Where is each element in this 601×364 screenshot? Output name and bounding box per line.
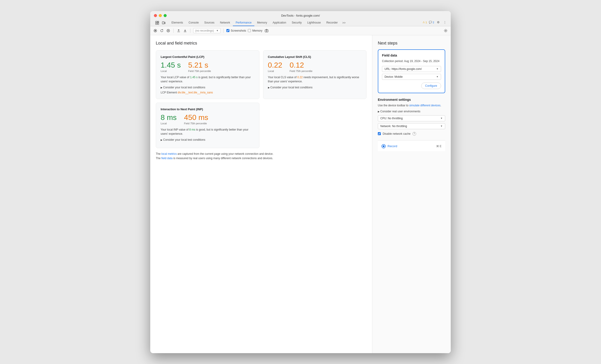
device-select[interactable]: Device: Mobile ▼ [382, 74, 441, 80]
cls-card: Cumulative Layout Shift (CLS) 0.22 Local… [263, 50, 367, 99]
lcp-highlight: 1.45 s [190, 76, 198, 79]
device-toolbar-icon[interactable] [161, 20, 166, 25]
tab-recorder[interactable]: Recorder [324, 20, 341, 26]
cls-description: Your local CLS value of 0.22 needs impro… [268, 75, 362, 84]
more-options-icon[interactable]: ⋮ [442, 20, 447, 25]
tab-performance[interactable]: Performance [233, 20, 254, 26]
tab-memory[interactable]: Memory [254, 20, 270, 26]
svg-rect-5 [164, 22, 165, 24]
lcp-field-number: 5.21 s [188, 61, 211, 69]
tab-sources[interactable]: Sources [201, 20, 217, 26]
device-select-label: Device: Mobile [384, 75, 403, 79]
settings-gear-icon[interactable]: ⚙ [436, 20, 441, 25]
screenshot-capture-icon[interactable] [264, 28, 269, 33]
tab-elements[interactable]: Elements [169, 20, 186, 26]
devtools-tab-bar: Elements Console Sources Network Perform… [154, 20, 447, 26]
network-select-arrow: ▼ [440, 125, 443, 127]
reload-button[interactable] [160, 28, 164, 33]
memory-checkbox-group[interactable]: Memory [248, 29, 262, 32]
more-tabs-button[interactable]: >> [341, 20, 347, 26]
env-title: Environment settings [378, 98, 445, 101]
inp-card: Interaction to Next Paint (INP) 8 ms Loc… [156, 103, 260, 148]
close-button[interactable] [154, 14, 157, 17]
tab-console[interactable]: Console [186, 20, 201, 26]
toolbar-separator-3 [223, 29, 224, 33]
tab-lighthouse[interactable]: Lighthouse [304, 20, 324, 26]
inp-description: Your local INP value of 8 ms is good, bu… [161, 128, 255, 136]
svg-rect-13 [265, 30, 268, 32]
record-button-bottom[interactable]: Record [381, 144, 397, 148]
configure-button[interactable]: Configure [421, 83, 441, 89]
lcp-local-value: 1.45 s Local [161, 61, 181, 72]
local-metrics-link[interactable]: local metrics [161, 152, 177, 156]
maximize-button[interactable] [164, 14, 167, 17]
lcp-local-number: 1.45 s [161, 61, 181, 69]
toolbar-right [443, 28, 448, 33]
clear-button[interactable] [166, 28, 170, 33]
info-badge[interactable]: 💬 2 [429, 21, 434, 24]
warning-badge[interactable]: ⚠ 1 [423, 21, 427, 24]
inspector-icon[interactable] [155, 20, 160, 25]
cpu-select[interactable]: CPU: No throttling ▼ [378, 115, 445, 121]
record-label: Record [388, 144, 397, 148]
performance-toolbar: (no recordings) ▼ Screenshots Memory [150, 26, 451, 35]
lcp-title: Largest Contentful Paint (LCP) [161, 55, 255, 59]
info-count: 2 [433, 21, 434, 24]
bottom-note: The local metrics are captured from the … [156, 152, 367, 161]
inp-values: 8 ms Local 450 ms Field 75th percentile [161, 114, 255, 125]
record-shortcut: ⌘ E [436, 145, 441, 148]
cls-values: 0.22 Local 0.12 Field 75th percentile [268, 61, 362, 72]
network-select[interactable]: Network: No throttling ▼ [378, 123, 445, 129]
warning-count: 1 [426, 21, 427, 24]
right-panel: Next steps Field data Collection period:… [372, 35, 451, 353]
simulate-devices-link[interactable]: simulate different devices [409, 104, 440, 107]
minimize-button[interactable] [159, 14, 162, 17]
titlebar: DevTools - fonts.google.com/ Elements [150, 11, 451, 26]
disable-cache-checkbox[interactable] [378, 132, 381, 135]
cls-consider-link[interactable]: Consider your local test conditions [268, 86, 362, 89]
cls-highlight: 0.22 [297, 76, 303, 79]
tab-network[interactable]: Network [217, 20, 233, 26]
help-icon[interactable]: ? [412, 132, 416, 136]
lcp-card: Largest Contentful Paint (LCP) 1.45 s Lo… [156, 50, 260, 99]
inp-local-label: Local [161, 122, 177, 125]
network-select-label: Network: No throttling [380, 125, 407, 128]
record-circle-icon [381, 144, 386, 148]
tab-application[interactable]: Application [270, 20, 289, 26]
memory-checkbox[interactable] [248, 29, 251, 32]
cls-field-label: Field 75th percentile [290, 70, 312, 72]
url-select-arrow: ▼ [436, 68, 439, 70]
lcp-element-link[interactable]: div.tile__text.tile__inria_sans [178, 91, 213, 94]
inp-field-value: 450 ms Field 75th percentile [184, 114, 208, 125]
toolbar-settings-icon[interactable] [443, 28, 448, 33]
upload-button[interactable] [176, 28, 181, 33]
field-data-link[interactable]: field data [161, 157, 173, 160]
field-data-box: Field data Collection period: Aug 19, 20… [378, 49, 445, 93]
record-button[interactable] [153, 28, 158, 33]
recordings-arrow: ▼ [216, 29, 219, 32]
download-button[interactable] [183, 28, 187, 33]
recordings-dropdown[interactable]: (no recordings) ▼ [193, 28, 221, 33]
cpu-select-label: CPU: No throttling [380, 117, 403, 120]
lcp-field-value: 5.21 s Field 75th percentile [188, 61, 211, 72]
svg-rect-2 [156, 23, 157, 24]
lcp-local-label: Local [161, 70, 181, 72]
window-controls [154, 14, 167, 17]
lcp-element: LCP Element div.tile__text.tile__inria_s… [161, 91, 255, 94]
svg-rect-1 [157, 21, 159, 23]
right-panel-title: Next steps [378, 41, 445, 46]
screenshots-checkbox[interactable] [226, 29, 230, 32]
disable-cache-label: Disable network cache [383, 132, 411, 135]
inp-consider-link[interactable]: Consider your local test conditions [161, 138, 255, 141]
consider-env-link[interactable]: Consider real user environments [378, 110, 445, 113]
screenshots-checkbox-group[interactable]: Screenshots [226, 29, 246, 32]
svg-rect-0 [156, 21, 157, 23]
inp-field-label: Field 75th percentile [184, 122, 208, 125]
window-title: DevTools - fonts.google.com/ [281, 14, 320, 17]
record-bar: Record ⌘ E [378, 140, 445, 151]
lcp-consider-link[interactable]: Consider your local test conditions [161, 86, 255, 89]
tab-security[interactable]: Security [289, 20, 304, 26]
disable-cache-group[interactable]: Disable network cache ? [378, 132, 445, 136]
url-select[interactable]: URL: https://fonts.google.com/ ▼ [382, 66, 441, 72]
memory-label: Memory [252, 29, 262, 32]
